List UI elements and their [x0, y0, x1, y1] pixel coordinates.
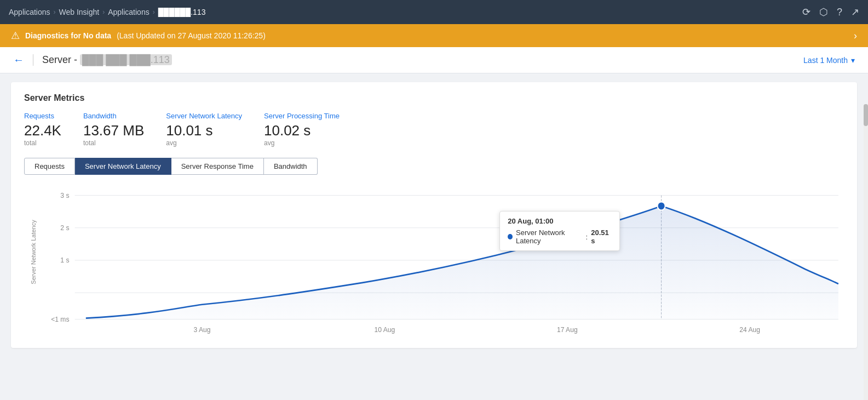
- nav-applications-1[interactable]: Applications: [9, 8, 50, 16]
- metrics-card-title: Server Metrics: [24, 93, 844, 103]
- svg-text:10 Aug: 10 Aug: [375, 326, 395, 334]
- svg-text:17 Aug: 17 Aug: [557, 326, 578, 334]
- metric-bandwidth: Bandwidth 13.67 MB total: [83, 112, 144, 147]
- tab-bandwidth[interactable]: Bandwidth: [264, 158, 318, 175]
- server-ip: ███ ███ ███.113: [80, 54, 172, 65]
- svg-text:3 s: 3 s: [60, 192, 69, 199]
- metric-processing-time-label: Server Processing Time: [264, 112, 340, 120]
- tab-server-network-latency[interactable]: Server Network Latency: [75, 158, 171, 175]
- page-title: Server - ███ ███ ███.113: [33, 54, 172, 66]
- nav-ip: ██████.113: [158, 8, 206, 16]
- metric-bandwidth-label: Bandwidth: [83, 112, 144, 120]
- metric-network-latency-label: Server Network Latency: [166, 112, 242, 120]
- tab-server-response-time[interactable]: Server Response Time: [171, 158, 264, 175]
- page-header: ← Server - ███ ███ ███.113 Last 1 Month …: [0, 47, 868, 73]
- chart-peak-dot: [658, 202, 665, 210]
- metric-processing-time-value: 10.02 s: [264, 122, 340, 139]
- svg-text:24 Aug: 24 Aug: [739, 326, 760, 334]
- scrollbar-thumb[interactable]: [864, 104, 868, 126]
- topbar: Applications › Web Insight › Application…: [0, 0, 868, 24]
- svg-text:3 Aug: 3 Aug: [194, 326, 211, 334]
- warning-banner: ⚠ Diagnostics for No data (Last Updated …: [0, 24, 868, 47]
- metric-requests: Requests 22.4K total: [24, 112, 61, 147]
- metric-bandwidth-value: 13.67 MB: [83, 122, 144, 139]
- tab-requests[interactable]: Requests: [24, 158, 75, 175]
- help-icon[interactable]: ?: [837, 7, 842, 18]
- metric-processing-time: Server Processing Time 10.02 s avg: [264, 112, 340, 147]
- y-axis-label: Server Network Latency: [30, 220, 37, 284]
- svg-text:<1 ms: <1 ms: [51, 316, 69, 323]
- server-label: Server -: [42, 54, 77, 65]
- nav-web-insight[interactable]: Web Insight: [59, 8, 100, 16]
- topbar-actions: ⟳ ⬡ ? ↗: [802, 6, 859, 18]
- cloud-icon[interactable]: ⬡: [819, 6, 828, 18]
- time-filter-chevron: ▾: [851, 56, 855, 65]
- back-button[interactable]: ←: [13, 54, 24, 66]
- warning-expand-icon[interactable]: ›: [854, 30, 857, 42]
- metric-processing-time-sub: avg: [264, 139, 340, 147]
- svg-text:2 s: 2 s: [60, 224, 69, 232]
- metric-bandwidth-sub: total: [83, 139, 144, 147]
- page-header-left: ← Server - ███ ███ ███.113: [13, 54, 172, 66]
- breadcrumb-sep-2: ›: [102, 8, 105, 16]
- time-filter[interactable]: Last 1 Month ▾: [803, 56, 855, 65]
- metric-network-latency-value: 10.01 s: [166, 122, 242, 139]
- warning-icon: ⚠: [11, 30, 20, 42]
- warning-title: Diagnostics for No data: [25, 31, 111, 40]
- svg-text:1 s: 1 s: [60, 256, 69, 264]
- breadcrumb: Applications › Web Insight › Application…: [9, 8, 205, 16]
- time-filter-label: Last 1 Month: [803, 56, 848, 65]
- main-content: Server Metrics Requests 22.4K total Band…: [0, 73, 868, 357]
- metric-requests-label: Requests: [24, 112, 61, 120]
- chart-tabs: Requests Server Network Latency Server R…: [24, 158, 844, 175]
- metrics-row: Requests 22.4K total Bandwidth 13.67 MB …: [24, 112, 844, 147]
- refresh-icon[interactable]: ⟳: [802, 6, 810, 18]
- metric-network-latency-sub: avg: [166, 139, 242, 147]
- external-link-icon[interactable]: ↗: [851, 6, 859, 18]
- nav-applications-2[interactable]: Applications: [108, 8, 150, 16]
- warning-subtitle: (Last Updated on 27 August 2020 11:26:25…: [117, 31, 266, 40]
- warning-content: ⚠ Diagnostics for No data (Last Updated …: [11, 30, 266, 42]
- metric-requests-sub: total: [24, 139, 61, 147]
- breadcrumb-sep-3: ›: [153, 8, 155, 16]
- breadcrumb-sep-1: ›: [54, 8, 56, 16]
- metrics-card: Server Metrics Requests 22.4K total Band…: [11, 82, 857, 348]
- scrollbar-track[interactable]: [864, 104, 868, 357]
- metric-network-latency: Server Network Latency 10.01 s avg: [166, 112, 242, 147]
- chart-area: Server Network Latency 3 s 2 s 1 s <1 ms…: [24, 184, 844, 337]
- chart-svg: 3 s 2 s 1 s <1 ms 3 Aug 10 Aug 17 Aug 24…: [42, 184, 844, 337]
- metric-requests-value: 22.4K: [24, 122, 61, 139]
